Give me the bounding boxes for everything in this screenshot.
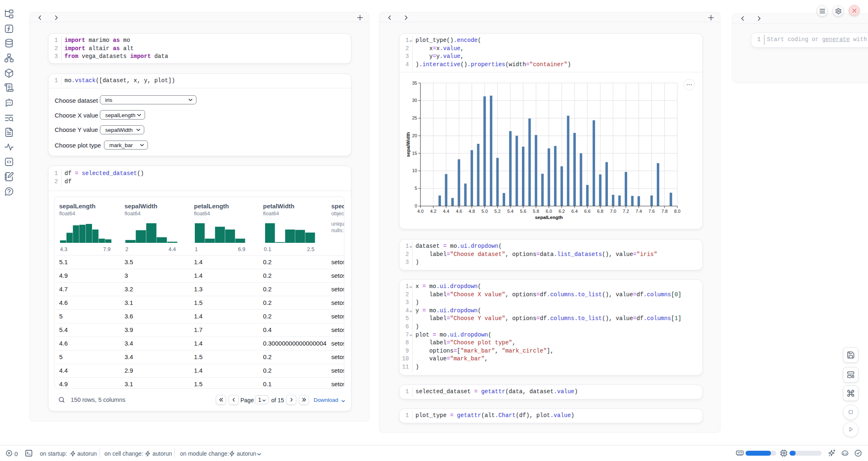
svg-text:7.8: 7.8 <box>661 209 667 214</box>
svg-text:30: 30 <box>412 98 417 103</box>
svg-text:20: 20 <box>412 133 417 138</box>
svg-text:sepalLength: sepalLength <box>535 215 563 220</box>
svg-text:6.6: 6.6 <box>584 209 591 214</box>
svg-text:0: 0 <box>415 203 417 208</box>
svg-text:4.8: 4.8 <box>469 209 475 214</box>
svg-text:5.4: 5.4 <box>507 209 513 214</box>
svg-text:5.6: 5.6 <box>520 209 526 214</box>
svg-text:25: 25 <box>412 115 417 120</box>
svg-text:5: 5 <box>415 186 417 191</box>
svg-text:4.2: 4.2 <box>430 209 436 214</box>
svg-text:10: 10 <box>412 168 417 173</box>
svg-text:7.4: 7.4 <box>636 209 642 214</box>
svg-text:sepalWidth: sepalWidth <box>406 132 411 157</box>
svg-text:6.8: 6.8 <box>597 209 603 214</box>
svg-text:4.6: 4.6 <box>456 209 462 214</box>
svg-text:7.0: 7.0 <box>610 209 616 214</box>
svg-text:6.4: 6.4 <box>571 209 577 214</box>
svg-text:5.8: 5.8 <box>533 209 539 214</box>
svg-text:6.0: 6.0 <box>546 209 552 214</box>
svg-text:15: 15 <box>412 151 417 156</box>
svg-text:7.6: 7.6 <box>649 209 655 214</box>
svg-text:5.2: 5.2 <box>494 209 501 214</box>
svg-text:35: 35 <box>412 81 417 85</box>
svg-text:5.0: 5.0 <box>482 209 488 214</box>
svg-text:4.0: 4.0 <box>417 209 423 214</box>
svg-text:8.0: 8.0 <box>674 209 680 214</box>
svg-text:7.2: 7.2 <box>623 209 629 214</box>
svg-text:6.2: 6.2 <box>559 209 565 214</box>
svg-text:4.4: 4.4 <box>443 209 449 214</box>
